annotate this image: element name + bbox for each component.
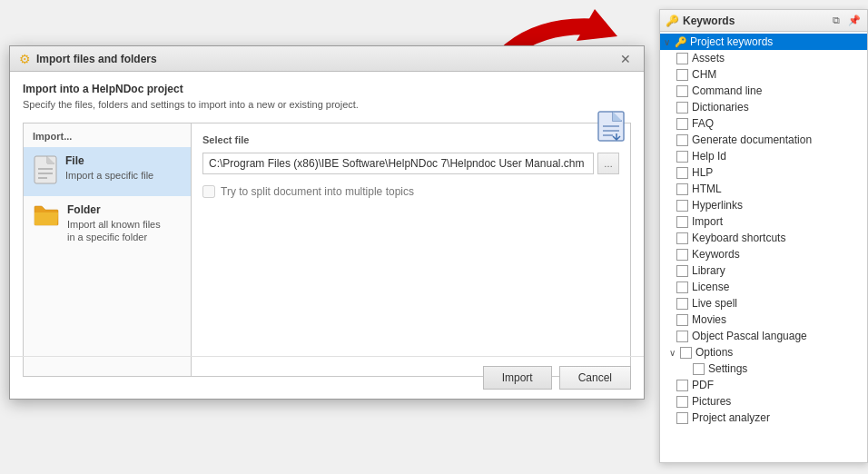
label-keywords: Keywords xyxy=(692,248,740,261)
label-dictionaries: Dictionaries xyxy=(692,101,749,114)
file-browse-button[interactable]: … xyxy=(597,153,619,174)
dialog-main-area: Import... File Im xyxy=(23,123,631,377)
import-header: Import... xyxy=(24,131,191,147)
checkbox-settings[interactable] xyxy=(693,363,705,375)
tree-item-license[interactable]: License xyxy=(660,279,867,295)
label-live-spell: Live spell xyxy=(692,297,737,310)
svg-marker-0 xyxy=(577,9,617,41)
tree-item-import[interactable]: Import xyxy=(660,213,867,230)
checkbox-help-id[interactable] xyxy=(676,151,688,163)
file-option-text: File Import a specific file xyxy=(65,154,153,182)
panel-restore-button[interactable]: ⧉ xyxy=(829,14,843,28)
dialog-close-button[interactable]: ✕ xyxy=(616,50,635,68)
tree-item-chm[interactable]: CHM xyxy=(660,66,867,83)
tree-item-html[interactable]: HTML xyxy=(660,181,867,197)
root-label: Project keywords xyxy=(690,35,773,48)
dialog-icon: ⚙ xyxy=(19,52,31,66)
import-button[interactable]: Import xyxy=(483,366,552,390)
split-checkbox[interactable] xyxy=(202,185,215,198)
checkbox-hyperlinks[interactable] xyxy=(676,200,688,212)
label-faq: FAQ xyxy=(692,117,714,130)
tree-item-keywords[interactable]: Keywords xyxy=(660,246,867,262)
select-file-header: Select file xyxy=(202,134,619,145)
checkbox-live-spell[interactable] xyxy=(676,298,688,310)
tree-item-assets[interactable]: Assets xyxy=(660,50,867,66)
dialog-footer: Import Cancel xyxy=(10,356,644,399)
tree-item-settings[interactable]: Settings xyxy=(660,360,867,377)
panel-title: Keywords xyxy=(683,15,735,27)
label-license: License xyxy=(692,281,729,293)
file-icon xyxy=(33,154,58,189)
label-keyboard-shortcuts: Keyboard shortcuts xyxy=(692,232,785,244)
options-expand-icon: ∨ xyxy=(669,348,680,358)
checkbox-generate-doc[interactable] xyxy=(676,134,688,146)
dialog-titlebar: ⚙ Import files and folders ✕ xyxy=(10,46,644,72)
split-checkbox-row: Try to split document into multiple topi… xyxy=(202,185,619,198)
label-html: HTML xyxy=(692,183,722,195)
label-settings: Settings xyxy=(708,362,747,375)
panel-title-buttons: ⧉ 📌 xyxy=(829,14,862,28)
checkbox-pictures[interactable] xyxy=(676,396,688,408)
checkbox-license[interactable] xyxy=(676,281,688,293)
folder-import-option[interactable]: Folder Import all known filesin a specif… xyxy=(24,196,191,252)
label-command-line: Command line xyxy=(692,84,762,97)
file-option-label: File xyxy=(65,154,153,167)
label-import: Import xyxy=(692,215,723,228)
checkbox-project-analyzer[interactable] xyxy=(676,412,688,424)
checkbox-command-line[interactable] xyxy=(676,85,688,97)
tree-item-live-spell[interactable]: Live spell xyxy=(660,295,867,311)
checkbox-html[interactable] xyxy=(676,183,688,195)
tree-item-library[interactable]: Library xyxy=(660,262,867,279)
checkbox-keyboard-shortcuts[interactable] xyxy=(676,232,688,244)
keywords-icon: 🔑 xyxy=(666,15,679,27)
tree-item-generate-doc[interactable]: Generate documentation xyxy=(660,132,867,148)
svg-rect-1 xyxy=(35,156,56,183)
checkbox-dictionaries[interactable] xyxy=(676,102,688,114)
checkbox-options[interactable] xyxy=(680,347,692,359)
label-movies: Movies xyxy=(692,313,726,326)
dialog-subtitle: Import into a HelpNDoc project xyxy=(23,83,631,95)
label-object-pascal: Object Pascal language xyxy=(692,330,807,342)
tree-item-help-id[interactable]: Help Id xyxy=(660,148,867,164)
checkbox-object-pascal[interactable] xyxy=(676,331,688,342)
tree-item-hlp[interactable]: HLP xyxy=(660,164,867,181)
tree-item-keyboard-shortcuts[interactable]: Keyboard shortcuts xyxy=(660,230,867,246)
folder-option-text: Folder Import all known filesin a specif… xyxy=(67,203,161,244)
checkbox-movies[interactable] xyxy=(676,314,688,326)
checkbox-keywords[interactable] xyxy=(676,249,688,261)
tree-item-object-pascal[interactable]: Object Pascal language xyxy=(660,328,867,344)
tree-item-project-analyzer[interactable]: Project analyzer xyxy=(660,410,867,426)
tree-root-item[interactable]: ∨ 🔑 Project keywords xyxy=(660,34,867,50)
tree-item-options[interactable]: ∨ Options xyxy=(660,344,867,360)
root-expand-icon: ∨ xyxy=(664,37,675,47)
label-help-id: Help Id xyxy=(692,150,726,163)
tree-item-pictures[interactable]: Pictures xyxy=(660,393,867,410)
cancel-button[interactable]: Cancel xyxy=(559,366,631,390)
label-assets: Assets xyxy=(692,52,725,64)
dialog-description: Specify the files, folders and settings … xyxy=(23,99,631,110)
file-import-option[interactable]: File Import a specific file xyxy=(24,147,191,196)
checkbox-import[interactable] xyxy=(676,216,688,228)
file-option-sublabel: Import a specific file xyxy=(65,170,153,181)
checkbox-hlp[interactable] xyxy=(676,167,688,179)
tree-item-faq[interactable]: FAQ xyxy=(660,115,867,132)
folder-option-label: Folder xyxy=(67,203,161,216)
panel-title-left: 🔑 Keywords xyxy=(666,15,735,27)
checkbox-faq[interactable] xyxy=(676,118,688,130)
tree-item-command-line[interactable]: Command line xyxy=(660,83,867,99)
tree-item-dictionaries[interactable]: Dictionaries xyxy=(660,99,867,115)
checkbox-library[interactable] xyxy=(676,265,688,277)
checkbox-chm[interactable] xyxy=(676,69,688,81)
file-input-row: … xyxy=(202,153,619,174)
import-sidebar: Import... File Im xyxy=(24,123,192,376)
dialog-body: Import into a HelpNDoc project Specify t… xyxy=(10,72,644,388)
tree-item-pdf[interactable]: PDF xyxy=(660,377,867,393)
import-dialog: ⚙ Import files and folders ✕ Import into… xyxy=(9,45,645,400)
tree-item-movies[interactable]: Movies xyxy=(660,311,867,328)
panel-pin-button[interactable]: 📌 xyxy=(847,14,862,28)
checkbox-assets[interactable] xyxy=(676,53,688,64)
tree-item-hyperlinks[interactable]: Hyperlinks xyxy=(660,197,867,213)
file-path-input[interactable] xyxy=(202,153,594,174)
checkbox-pdf[interactable] xyxy=(676,380,688,391)
panel-content[interactable]: ∨ 🔑 Project keywords Assets CHM Command … xyxy=(660,32,867,462)
